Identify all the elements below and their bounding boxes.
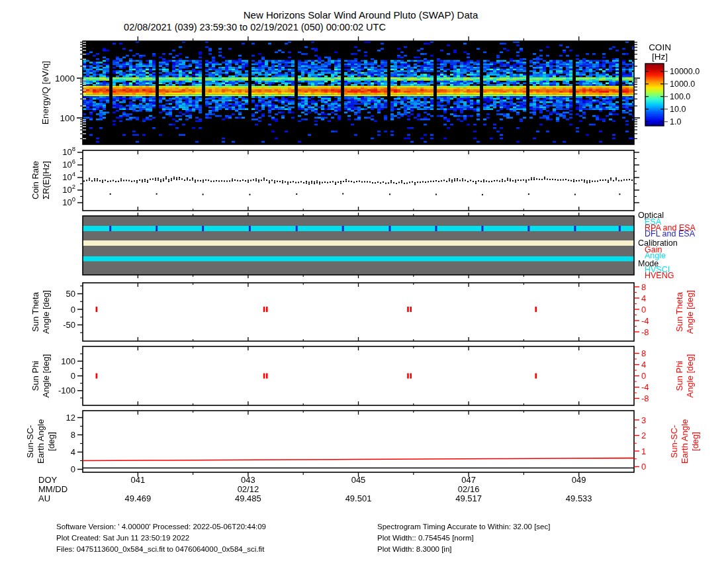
mode-item-label: HVENG xyxy=(645,271,674,280)
theta-ylabel-right: Angle [deg] xyxy=(685,290,695,334)
mode-event-tick xyxy=(249,226,251,231)
coinrate-low-point xyxy=(110,193,111,195)
svg-text:8: 8 xyxy=(641,282,646,292)
svg-text:104: 104 xyxy=(62,170,75,182)
coinrate-low-point xyxy=(574,194,576,195)
colorbar: 10000.01000.0100.010.01.0COIN[Hz] xyxy=(645,42,700,127)
svg-text:8: 8 xyxy=(641,348,646,358)
mode-event-tick xyxy=(109,226,111,231)
sce-ylabel-right: Earth Angle xyxy=(680,419,690,464)
coinrate-low-point xyxy=(249,194,250,195)
colorbar-tick-label: 100.0 xyxy=(670,92,690,101)
mode-event-tick xyxy=(388,226,390,231)
phi-mark xyxy=(407,374,409,379)
footer-plot-width-in: Plot Width: 8.3000 [in] xyxy=(377,544,550,555)
svg-text:-50: -50 xyxy=(63,320,75,330)
svg-text:100: 100 xyxy=(62,195,75,207)
doy-tick-label: 041 xyxy=(130,475,145,485)
au-tick-label: 49.501 xyxy=(345,493,372,503)
mode-event-tick xyxy=(296,226,298,231)
footer-plot-created: Plot Created: Sat Jun 11 23:50:19 2022 xyxy=(56,533,266,544)
svg-text:-8: -8 xyxy=(641,393,649,403)
theta-panel: 500-50840-4-8 xyxy=(63,282,649,337)
phi-ylabel: Angle [deg] xyxy=(41,354,51,398)
phi-ylabel: Sun Phi xyxy=(30,361,40,391)
frame-phi xyxy=(83,346,634,405)
coinrate-low-point xyxy=(619,193,620,195)
footer-right-block: Spectrogram Timing Accurate to Within: 3… xyxy=(377,521,550,555)
svg-text:0: 0 xyxy=(71,305,75,315)
coinrate-low-point xyxy=(296,193,297,195)
svg-text:8: 8 xyxy=(71,430,75,440)
sun-sc-earth-red-line xyxy=(83,458,634,461)
phi-ylabel-right: Angle [deg] xyxy=(685,354,695,398)
svg-text:108: 108 xyxy=(62,145,75,157)
coinrate-axis: 108106104102100 xyxy=(62,145,639,207)
mode-event-tick xyxy=(481,226,483,231)
axes-overlay: 1000100108106104102100500-50840-4-81000-… xyxy=(0,0,728,563)
bottom-axis-labels: DOYMM/DDAU04149.46904349.48504549.501047… xyxy=(38,475,592,503)
phi-mark xyxy=(96,374,98,379)
mode-item-label: DFL and ESA xyxy=(645,229,696,238)
doy-tick-label: 045 xyxy=(351,475,366,485)
svg-text:-100: -100 xyxy=(58,385,75,395)
svg-text:-4: -4 xyxy=(641,316,649,326)
frame-sce xyxy=(83,411,634,472)
coinrate-points xyxy=(83,176,633,195)
mode-panel-bars xyxy=(83,216,634,275)
colorbar-tick-label: 1.0 xyxy=(670,117,681,127)
phi-mark xyxy=(266,374,268,379)
au-tick-label: 49.517 xyxy=(455,493,482,503)
mode-lane-mode xyxy=(83,256,634,262)
au-tick-label: 49.469 xyxy=(124,493,151,503)
mode-event-tick xyxy=(527,226,529,231)
au-tick-label: 49.533 xyxy=(566,493,592,503)
svg-text:4: 4 xyxy=(71,447,75,457)
au-row-header: AU xyxy=(38,493,50,503)
sce-panel: 128403210 xyxy=(66,413,647,474)
colorbar-title: COIN xyxy=(649,42,671,52)
phi-ylabel-right: Sun Phi xyxy=(674,361,684,391)
svg-text:4: 4 xyxy=(641,293,646,303)
theta-ylabel-right: Sun Theta xyxy=(674,291,684,332)
svg-text:3: 3 xyxy=(641,415,646,425)
mode-event-tick xyxy=(574,226,576,231)
frame-theta xyxy=(83,283,634,341)
doy-tick-label: 049 xyxy=(572,475,586,485)
sce-ylabel: Sun-SC- xyxy=(25,425,35,458)
frame-spec xyxy=(83,41,634,144)
svg-text:1000: 1000 xyxy=(55,74,75,83)
svg-text:100: 100 xyxy=(61,356,75,366)
svg-text:-4: -4 xyxy=(641,382,649,392)
au-tick-label: 49.485 xyxy=(235,493,261,503)
svg-text:102: 102 xyxy=(62,183,75,195)
svg-text:0: 0 xyxy=(641,305,646,315)
coinrate-low-point xyxy=(203,194,204,195)
theta-ylabel: Angle [deg] xyxy=(41,290,51,334)
mmdd-row-header: MM/DD xyxy=(38,484,68,494)
svg-text:0: 0 xyxy=(71,371,75,381)
theta-ylabel: Sun Theta xyxy=(30,291,40,332)
theta-mark xyxy=(266,307,268,312)
footer-files: Files: 0475113600_0x584_sci.fit to 04760… xyxy=(56,544,266,555)
phi-panel: 1000-100840-4-8 xyxy=(58,348,649,403)
theta-mark xyxy=(263,307,265,312)
svg-text:-8: -8 xyxy=(641,327,649,337)
mode-event-tick xyxy=(202,226,204,231)
mode-lane-optical xyxy=(83,226,634,231)
footer-left-block: Software Version: ' 4.00000' Processed: … xyxy=(56,521,266,555)
frame-coin xyxy=(83,150,634,211)
coinrate-low-point xyxy=(156,193,158,195)
svg-text:2: 2 xyxy=(641,431,646,440)
coinrate-low-point xyxy=(435,194,437,195)
theta-mark xyxy=(407,307,409,312)
doy-tick-label: 047 xyxy=(461,475,476,485)
sce-ylabel: Earth Angle xyxy=(36,419,46,464)
footer-plot-width-norm: Plot Width:: 0.754545 [norm] xyxy=(377,533,550,544)
mode-event-tick xyxy=(156,226,158,231)
coinrate-low-point xyxy=(389,193,390,195)
svg-text:0: 0 xyxy=(641,371,646,381)
footer-software-version: Software Version: ' 4.00000' Processed: … xyxy=(56,521,266,533)
footer-timing-accuracy: Spectrogram Timing Accurate to Within: 3… xyxy=(377,521,550,533)
coinrate-low-point xyxy=(342,193,343,195)
